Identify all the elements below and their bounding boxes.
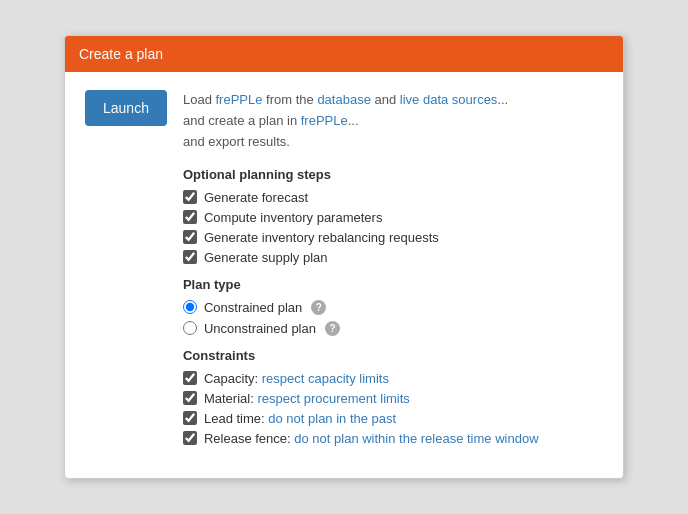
- release-fence-link[interactable]: do not plan within the release time wind…: [294, 431, 538, 446]
- checkbox-generate-forecast: Generate forecast: [183, 190, 603, 205]
- database-link[interactable]: database: [317, 92, 371, 107]
- optional-planning-group: Generate forecast Compute inventory para…: [183, 190, 603, 265]
- constraint-release-fence: Release fence: do not plan within the re…: [183, 431, 603, 446]
- create-plan-dialog: Create a plan Launch Load frePPLe from t…: [64, 35, 624, 478]
- optional-planning-title: Optional planning steps: [183, 167, 603, 182]
- leadtime-link[interactable]: do not plan in the past: [268, 411, 396, 426]
- unconstrained-radio[interactable]: [183, 321, 197, 335]
- radio-unconstrained: Unconstrained plan ?: [183, 321, 603, 336]
- dialog-body: Launch Load frePPLe from the database an…: [65, 72, 623, 477]
- intro-line1: Load frePPLe from the database and live …: [183, 92, 508, 107]
- content-area: Load frePPLe from the database and live …: [183, 90, 603, 457]
- generate-forecast-label[interactable]: Generate forecast: [204, 190, 308, 205]
- constrained-radio[interactable]: [183, 300, 197, 314]
- release-fence-checkbox[interactable]: [183, 431, 197, 445]
- intro-line2: and create a plan in frePPLe...: [183, 113, 359, 128]
- capacity-checkbox[interactable]: [183, 371, 197, 385]
- generate-rebalancing-checkbox[interactable]: [183, 230, 197, 244]
- launch-button-container: Launch: [85, 90, 167, 457]
- constraints-title: Constraints: [183, 348, 603, 363]
- checkbox-generate-supply: Generate supply plan: [183, 250, 603, 265]
- compute-inventory-checkbox[interactable]: [183, 210, 197, 224]
- leadtime-label[interactable]: Lead time: do not plan in the past: [204, 411, 396, 426]
- freppple-link2[interactable]: frePPLe: [301, 113, 348, 128]
- launch-button[interactable]: Launch: [85, 90, 167, 126]
- material-link[interactable]: respect procurement limits: [257, 391, 409, 406]
- compute-inventory-label[interactable]: Compute inventory parameters: [204, 210, 382, 225]
- generate-rebalancing-label[interactable]: Generate inventory rebalancing requests: [204, 230, 439, 245]
- material-label[interactable]: Material: respect procurement limits: [204, 391, 410, 406]
- checkbox-generate-rebalancing: Generate inventory rebalancing requests: [183, 230, 603, 245]
- plan-type-title: Plan type: [183, 277, 603, 292]
- capacity-link[interactable]: respect capacity limits: [262, 371, 389, 386]
- intro-line3: and export results.: [183, 134, 290, 149]
- constraints-group: Capacity: respect capacity limits Materi…: [183, 371, 603, 446]
- live-data-link[interactable]: live data sources: [400, 92, 498, 107]
- constraint-leadtime: Lead time: do not plan in the past: [183, 411, 603, 426]
- intro-text: Load frePPLe from the database and live …: [183, 90, 603, 152]
- constraint-material: Material: respect procurement limits: [183, 391, 603, 406]
- radio-constrained: Constrained plan ?: [183, 300, 603, 315]
- dialog-title: Create a plan: [79, 46, 163, 62]
- constrained-label[interactable]: Constrained plan: [204, 300, 302, 315]
- material-checkbox[interactable]: [183, 391, 197, 405]
- plan-type-group: Constrained plan ? Unconstrained plan ?: [183, 300, 603, 336]
- freppple-link[interactable]: frePPLe: [215, 92, 262, 107]
- checkbox-compute-inventory: Compute inventory parameters: [183, 210, 603, 225]
- constraint-capacity: Capacity: respect capacity limits: [183, 371, 603, 386]
- generate-forecast-checkbox[interactable]: [183, 190, 197, 204]
- dialog-header: Create a plan: [65, 36, 623, 72]
- unconstrained-help-icon[interactable]: ?: [325, 321, 340, 336]
- unconstrained-label[interactable]: Unconstrained plan: [204, 321, 316, 336]
- generate-supply-checkbox[interactable]: [183, 250, 197, 264]
- capacity-label[interactable]: Capacity: respect capacity limits: [204, 371, 389, 386]
- generate-supply-label[interactable]: Generate supply plan: [204, 250, 328, 265]
- release-fence-label[interactable]: Release fence: do not plan within the re…: [204, 431, 539, 446]
- leadtime-checkbox[interactable]: [183, 411, 197, 425]
- constrained-help-icon[interactable]: ?: [311, 300, 326, 315]
